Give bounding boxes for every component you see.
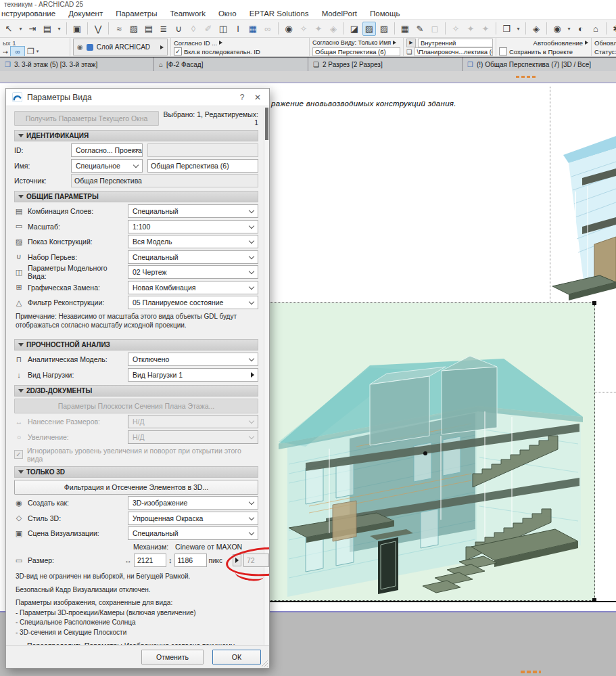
star-cube-icon[interactable]: ✱ — [610, 22, 616, 36]
name-value-field[interactable] — [147, 159, 258, 173]
scale-dropdown[interactable]: 1:100 — [128, 220, 258, 233]
folder-icon[interactable]: ❐ — [27, 47, 34, 56]
filter-elements-3d-button[interactable]: Фильтрация и Отсечение Элементов в 3D... — [14, 480, 258, 495]
camera-icon[interactable]: ◉ — [550, 22, 564, 36]
marquee-dotted-icon[interactable]: ◻ — [428, 22, 442, 36]
camera-dropdown-icon[interactable]: ▾ — [565, 22, 573, 36]
save-icon[interactable]: ▤ — [41, 22, 54, 36]
menu-help[interactable]: Помощь — [370, 9, 400, 18]
tab-elevation[interactable]: ⌂ [Ф-2 Фасад] — [154, 58, 308, 71]
label-tool-icon[interactable]: ✎ — [413, 22, 427, 36]
hatch-fill-icon[interactable]: ▨ — [377, 22, 391, 36]
favorites-icon[interactable]: ⋁ — [91, 22, 105, 36]
group-a-icon[interactable]: ✧ — [297, 22, 310, 36]
menu-modelport[interactable]: ModelPort — [322, 9, 357, 18]
hatch-fill-active-icon[interactable]: ▨ — [362, 22, 376, 36]
view-name-field[interactable]: Общая Перспектива (6) — [312, 47, 400, 56]
create-as-dropdown[interactable]: 3D-изображение — [128, 496, 258, 510]
section-structural-analysis[interactable]: ПРОЧНОСТНОЙ АНАЛИЗ — [14, 339, 258, 351]
renovation-filter-dropdown[interactable]: 05 Планируемое состояние — [128, 296, 258, 309]
calculator-icon[interactable]: ▦ — [398, 22, 412, 36]
menu-design[interactable]: нструирование — [1, 9, 55, 18]
inner-field[interactable]: Внутренний — [418, 39, 493, 47]
menu-window[interactable]: Окно — [218, 9, 237, 18]
model-view-options-dropdown[interactable]: 02 Чертеж — [128, 265, 258, 279]
dashed-arrow-icon[interactable]: ⇢ — [3, 48, 8, 55]
camera-path-icon[interactable]: ◉ — [282, 22, 295, 36]
beam-tool-icon[interactable]: I — [231, 22, 245, 36]
dialog-titlebar[interactable]: Параметры Вида ? ✕ — [6, 89, 269, 106]
analytical-model-dropdown[interactable]: Отключено — [128, 353, 258, 366]
menu-options[interactable]: Параметры — [116, 9, 157, 18]
section-general[interactable]: ОБЩИЕ ПАРАМЕТРЫ — [14, 191, 258, 202]
size-width-field[interactable] — [134, 554, 166, 567]
dimensioning-dropdown[interactable]: Н/Д — [128, 415, 258, 428]
load-case-picker[interactable]: Вид Нагрузки 1 — [128, 368, 258, 382]
window-titlebar[interactable]: техникум - ARCHICAD 25 — [0, 0, 616, 8]
layer-selector[interactable]: ◉ Слой ARCHICAD — [73, 39, 168, 55]
help-button[interactable]: ? — [237, 93, 247, 102]
view-mode-expand-icon[interactable] — [393, 41, 396, 45]
size-height-field[interactable] — [174, 554, 207, 567]
cube-icon[interactable]: ❒ — [500, 22, 513, 36]
dpi-field[interactable] — [243, 554, 269, 567]
selection-handle-top-right[interactable] — [592, 301, 596, 305]
rendering-scene-dropdown[interactable]: Специальный — [128, 526, 258, 540]
zoom-dropdown[interactable]: Н/Д — [128, 430, 258, 444]
cancel-button[interactable]: Отменить — [141, 650, 204, 664]
hatch-tool-icon[interactable]: ▨ — [127, 22, 141, 36]
node-1-icon[interactable]: ✧ — [449, 22, 463, 36]
autoupdate-expand-icon[interactable] — [585, 41, 588, 45]
id-mode-label[interactable]: Согласно ID ... — [174, 39, 217, 47]
selected-3d-drawing[interactable] — [268, 302, 595, 601]
tab-floor-plan[interactable]: ❐ 3. 3-й этаж (5) [3. 3-й этаж] — [0, 58, 154, 71]
cube-dropdown-icon[interactable]: ▾ — [515, 22, 522, 36]
id-value-field[interactable] — [147, 143, 258, 157]
ok-button[interactable]: ОК — [212, 650, 261, 664]
brush-tool-icon[interactable]: ✐ — [202, 22, 215, 36]
name-mode-dropdown[interactable]: Специальное — [71, 159, 143, 173]
section-identification[interactable]: ИДЕНТИФИКАЦИЯ — [14, 130, 258, 141]
section-3d-only[interactable]: ТОЛЬКО 3D — [14, 466, 258, 478]
column-tool-icon[interactable]: ◫ — [216, 22, 230, 36]
inner-expand-button[interactable]: ▶ — [406, 39, 416, 47]
chain-link-icon[interactable]: ∞ — [10, 46, 25, 56]
graphic-override-dropdown[interactable]: Новая Комбинация — [128, 281, 258, 294]
view-mode-label[interactable]: Согласно Виду: Только Имя — [312, 39, 391, 46]
ignore-zoom-checkbox[interactable] — [14, 450, 23, 459]
section-2d3d-documents[interactable]: 2D/3D-ДОКУМЕНТЫ — [14, 385, 258, 397]
marquee-tool-icon[interactable]: ⇥ — [26, 22, 39, 36]
autoupdate-label[interactable]: Автообновление — [534, 39, 583, 47]
path-field[interactable]: \Планировочн...лектива (6) — [414, 47, 493, 56]
camera-lock-icon[interactable]: ◐ — [574, 22, 588, 36]
style-3d-dropdown[interactable]: Упрощенная Окраска — [128, 512, 258, 525]
close-button[interactable]: ✕ — [252, 93, 263, 102]
sequential-id-checkbox[interactable]: ✓ — [174, 47, 182, 55]
mesh-tool-icon[interactable]: ▤ — [142, 22, 156, 36]
save-in-project-checkbox[interactable] — [499, 47, 507, 55]
home-view-icon[interactable]: ⌂ — [589, 22, 602, 36]
save-dropdown-icon[interactable]: ▾ — [55, 22, 63, 36]
pointer-tool-icon[interactable]: ↖ — [2, 22, 16, 36]
id-mode-dropdown[interactable]: Согласно... Проекта — [71, 143, 143, 157]
link-icon[interactable]: ∞ — [261, 22, 275, 36]
scrollbar-thumb[interactable] — [265, 108, 268, 140]
structure-display-dropdown[interactable]: Вся Модель — [128, 235, 258, 248]
pen-set-dropdown[interactable]: Специальный — [128, 250, 258, 264]
pen-set-icon[interactable]: ∪ — [172, 22, 185, 36]
schedule-icon[interactable]: ▦ — [246, 22, 260, 36]
resize-grip[interactable] — [261, 660, 268, 667]
node-3-icon[interactable]: ✦ — [479, 22, 492, 36]
grid-tool-icon[interactable]: ≣ — [157, 22, 170, 36]
wash-icon[interactable]: ◈ — [327, 22, 340, 36]
id-mode-expand-icon[interactable] — [219, 41, 222, 45]
print-icon[interactable]: ▣ — [70, 22, 84, 36]
paint-roller-icon[interactable]: ◈ — [529, 22, 543, 36]
menu-document[interactable]: Документ — [68, 9, 103, 18]
menu-eptar[interactable]: EPTAR Solutions — [250, 9, 309, 18]
roof-tool-icon[interactable]: ≈ — [112, 22, 126, 36]
tab-section[interactable]: ❏ 2 Разрез [2 Разрез] — [308, 58, 463, 71]
bucket-tool-icon[interactable]: ◊ — [187, 22, 200, 36]
get-current-window-settings-button[interactable]: Получить Параметры Текущего Окна — [14, 111, 159, 126]
group-b-icon[interactable]: ✦ — [312, 22, 325, 36]
